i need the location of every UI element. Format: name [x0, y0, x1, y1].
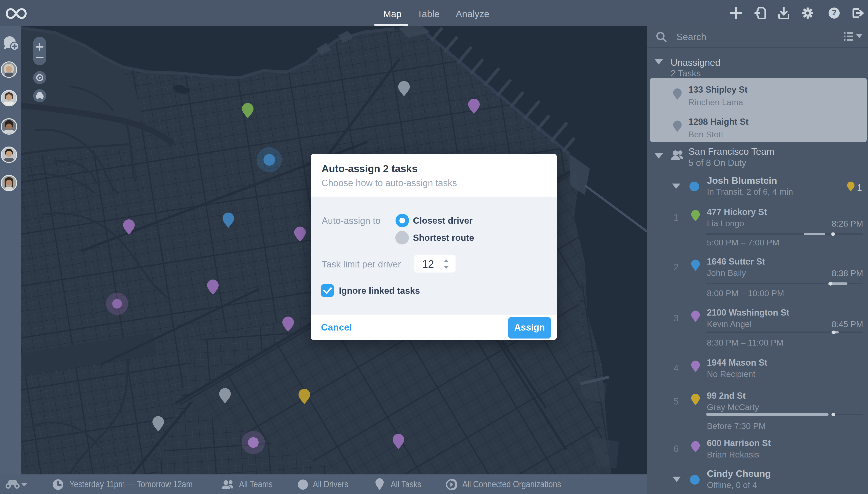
svg-text:?: ? [832, 8, 837, 17]
